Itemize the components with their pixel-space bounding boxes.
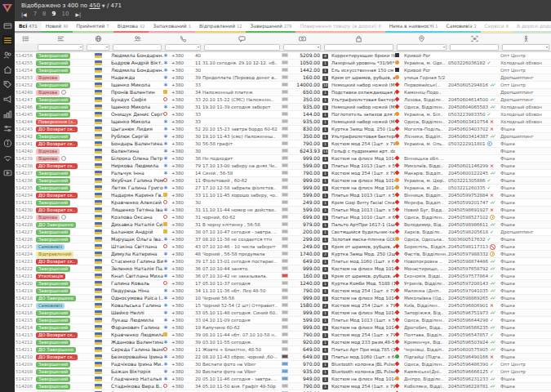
client-name[interactable]: Надарян Каринэ Гв.. — [111, 192, 163, 198]
tracking-number[interactable]: 20450597208143✓✓ — [448, 280, 500, 287]
tracking-number[interactable]: 20450599752884× — [448, 192, 500, 198]
tab-Нема в наявності[interactable]: Нема в наявності1 — [385, 21, 442, 33]
client-name[interactable]: Кравченко Людмила — [111, 332, 163, 338]
order-row[interactable]: 514217СамовивізКовальська Галина+38015Чо… — [15, 302, 551, 310]
tab-Запакований[interactable]: Запакований1 — [149, 21, 195, 33]
orders-icon[interactable] — [2, 35, 12, 45]
order-row[interactable]: 514229ВідмоваКозлова Оксана+38031чорний,… — [15, 214, 551, 221]
tracking-number[interactable]: 20450600575905✓✓ — [448, 346, 500, 353]
order-row[interactable]: 514226ЗавершенийМарущак Ольга Іва..+3803… — [15, 236, 551, 243]
tracking-number[interactable]: 20450596644298✓ — [448, 317, 500, 323]
order-row[interactable]: 514230ДО Возврат ск..Лященко Тетяна Іва.… — [15, 207, 551, 214]
order-row[interactable]: 514228ДО ЗавершеноДихавка Наталія Си..+3… — [15, 221, 551, 229]
settings-icon[interactable] — [2, 123, 12, 133]
client-name[interactable]: Баланюк Андрій — [111, 229, 163, 235]
client-name[interactable]: Бондарь Валентина.. — [111, 140, 163, 147]
col-money-icon[interactable] — [282, 35, 322, 42]
order-row[interactable]: 514215ЗавершенийЛукаш Людмила+3803304.10… — [15, 317, 551, 324]
tab-Повернення товару (в дорозі)[interactable]: Повернення товару (в дорозі)0 — [295, 21, 384, 33]
order-row[interactable]: 514247ЗавершенийБундук Софія+3803320.10 … — [15, 96, 551, 104]
client-name[interactable]: Середа Галина Івані.. — [111, 346, 163, 353]
order-row[interactable]: 514209ЗавершенийРадчікова Ірина Ми..+380… — [15, 361, 551, 368]
tracking-number[interactable]: 20450596228781✓✓ — [448, 383, 500, 390]
order-row[interactable]: 514236ЗавершенийЯкубчак Галина Ром..+380… — [15, 177, 551, 185]
page-number[interactable]: 10 — [61, 10, 69, 19]
order-row[interactable]: 514256ЗавершенийЛюдмила Бондарен..+38040… — [15, 52, 551, 60]
order-row[interactable]: 514211ДО ЗавершеноСереда Галина Івані..+… — [15, 346, 551, 354]
order-row[interactable]: 514253ВідмоваНадежда+38039Предоплата (Пе… — [15, 74, 551, 82]
tracking-number[interactable]: 0503223983350✓ — [448, 111, 500, 118]
order-row[interactable]: 514235ЗавершенийЛетяк Галина Григо..+380… — [15, 185, 551, 192]
col-product-icon[interactable] — [322, 35, 395, 42]
col-comment-icon[interactable] — [202, 35, 282, 42]
col-courier-icon[interactable] — [500, 35, 551, 42]
tracking-number[interactable]: 20450596806901× — [448, 302, 500, 309]
tracking-number[interactable]: 20450604065583✓✓ — [448, 104, 500, 110]
client-name[interactable]: Радчікова Ірина Ми.. — [111, 361, 163, 368]
tracking-number[interactable]: 20450598869265✓✓ — [448, 295, 500, 301]
client-name[interactable]: Кравченко Алексей — [111, 199, 163, 206]
order-row[interactable]: 514210ДО Возврат ск..Безкоровайна Ірина+… — [15, 354, 551, 361]
tracking-number[interactable]: 20450605294816✓✓ — [448, 82, 500, 88]
client-name[interactable]: Іщенко Микола — [111, 118, 163, 125]
last-page-button[interactable]: ▶| — [75, 10, 81, 19]
tracking-number[interactable]: 20450596503924✓✓ — [448, 339, 500, 345]
client-name[interactable]: Штакіна Світлана — [111, 243, 163, 250]
page-number[interactable]: 7 — [33, 10, 37, 19]
client-name[interactable]: Димула Катерина — [111, 251, 163, 257]
clients-icon[interactable] — [2, 50, 12, 60]
order-row[interactable]: 514239ВідмоваБілоока Олена Петр..+38038Н… — [15, 155, 551, 163]
first-page-button[interactable]: |◀ — [21, 10, 27, 19]
order-row[interactable]: 514245ЗавершенийОнищук Денис Сергі..+380… — [15, 111, 551, 118]
tracking-number[interactable]: 20450598986611✓✓ — [448, 221, 500, 228]
order-row[interactable]: 514248ВідмоваПронів Валентин+38034Наложе… — [15, 89, 551, 96]
order-row[interactable]: 514243ДО Возврат ск..Цыганюк Лидия+38052… — [15, 126, 551, 133]
col-globe-icon[interactable] — [85, 35, 111, 42]
tracking-number[interactable]: 20450603403702× — [448, 126, 500, 132]
client-name[interactable]: Жданова Валентина — [111, 339, 163, 345]
tracking-number[interactable]: 20450601146299× — [448, 163, 500, 169]
client-name[interactable]: Галина Коваль — [111, 280, 163, 287]
client-name[interactable]: Онищук Денис Сергі.. — [111, 111, 163, 118]
col-id-icon[interactable] — [15, 35, 36, 42]
tracking-number[interactable]: 20450596490166× — [448, 354, 500, 360]
column-filter-input[interactable] — [450, 44, 499, 51]
tracking-number[interactable]: 20450596566235✓✓ — [448, 324, 500, 331]
tracking-number[interactable]: 20450598527102 — [448, 214, 500, 220]
brand-logo-icon[interactable] — [2, 2, 13, 13]
tab-В дорозі додому[interactable]: В дорозі додому0 — [513, 21, 551, 33]
tracking-number[interactable]: 20450603414387✓✓ — [448, 133, 500, 140]
client-name[interactable]: Людмила Бондарен.. — [111, 67, 163, 74]
billing-icon[interactable] — [2, 20, 12, 30]
tracking-number[interactable]: 20450598117313 — [448, 243, 500, 250]
column-filter-input[interactable]: ▾ — [87, 44, 109, 51]
col-users-icon[interactable] — [111, 35, 163, 42]
tracking-number[interactable]: 20450598874486✓✓ — [448, 258, 500, 265]
tracking-number[interactable]: 20450603410754× — [448, 118, 500, 125]
client-name[interactable]: Якубчак Галина Ром.. — [111, 177, 163, 184]
tracking-number[interactable]: 20450596486390✓ — [448, 361, 500, 368]
order-row[interactable]: 514255ЗавершенийБадров Андрій Вікт..+380… — [15, 60, 551, 67]
order-row[interactable]: 514224ВідправленийДимула Катерина+38048Ч… — [15, 251, 551, 258]
shop-icon[interactable] — [2, 65, 12, 74]
client-name[interactable]: Гладченко Наталья .. — [111, 376, 163, 382]
tracking-number[interactable]: 20450599201747✓✓ — [448, 199, 500, 206]
tracking-number[interactable]: 20450604614500✓✓ — [448, 96, 500, 103]
order-row[interactable]: 514238ДО Возврат ск..Ниркова Людмила+380… — [15, 163, 551, 170]
order-row[interactable]: 514225СамовивізШтакіна Світлана+3804307.… — [15, 243, 551, 251]
order-row[interactable]: 514231ЗавершенийКравченко Алексей+380302… — [15, 199, 551, 207]
client-name[interactable]: Дихавка Наталія Си.. — [111, 221, 163, 228]
tracking-number[interactable]: 0503222911801 — [448, 140, 500, 147]
client-name[interactable]: Рублюк Сергій — [111, 133, 163, 140]
order-row[interactable]: 514241ДО Возврат ск..Бондарь Валентина..… — [15, 140, 551, 148]
order-row[interactable]: 514242ЗавершенийРублюк Сергій+3803019.10… — [15, 133, 551, 140]
client-name[interactable]: Бадров Андрій Вікт.. — [111, 60, 163, 66]
client-name[interactable]: Іщенко Микола — [111, 82, 163, 88]
order-row[interactable]: 514208ЗавершенийБажан Вікторія+38030Висл… — [15, 368, 551, 376]
client-name[interactable]: Козлова Оксана — [111, 214, 163, 220]
tracking-number[interactable]: 20450598691927× — [448, 207, 500, 213]
client-name[interactable]: Іщенко Микола — [111, 104, 163, 110]
client-name[interactable]: Ковальська Галина — [111, 302, 163, 309]
tracking-number[interactable]: 20450596231233✓✓ — [448, 376, 500, 382]
client-name[interactable]: Лященко Тетяна Іва.. — [111, 207, 163, 213]
